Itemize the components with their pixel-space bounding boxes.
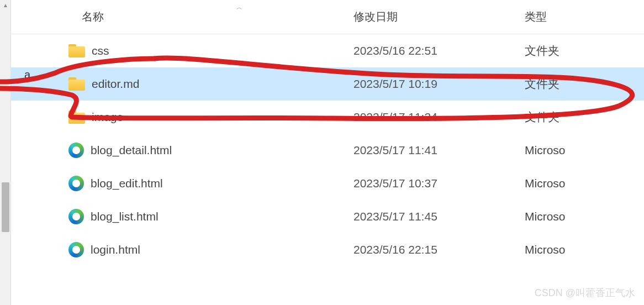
file-name: blog_list.html bbox=[91, 210, 159, 223]
file-name: blog_edit.html bbox=[91, 177, 163, 190]
file-date: 2023/5/17 10:37 bbox=[353, 177, 525, 190]
folder-icon bbox=[68, 77, 85, 91]
file-name: editor.md bbox=[92, 77, 139, 91]
file-row[interactable]: blog_list.html2023/5/17 11:45Microso bbox=[11, 200, 644, 233]
file-name: blog_detail.html bbox=[91, 144, 172, 157]
edge-browser-icon bbox=[68, 209, 84, 224]
file-date: 2023/5/16 22:51 bbox=[353, 44, 525, 57]
file-type: 文件夹 bbox=[525, 109, 644, 125]
column-header-row: ︿ 名称 修改日期 类型 bbox=[11, 0, 644, 34]
file-row[interactable]: css2023/5/16 22:51文件夹 bbox=[11, 34, 644, 67]
file-name: image bbox=[92, 111, 123, 124]
file-type: 文件夹 bbox=[525, 43, 644, 59]
file-type: Microso bbox=[525, 243, 644, 256]
column-header-date[interactable]: 修改日期 bbox=[353, 9, 525, 24]
file-name: css bbox=[92, 44, 109, 57]
file-date: 2023/5/17 11:41 bbox=[353, 144, 525, 157]
file-type: Microso bbox=[525, 144, 644, 157]
column-header-name[interactable]: 名称 bbox=[11, 9, 353, 24]
file-date: 2023/5/17 11:45 bbox=[353, 210, 525, 223]
scrollbar[interactable]: ▲ bbox=[0, 0, 11, 305]
file-type: Microso bbox=[525, 210, 644, 223]
file-row[interactable]: image2023/5/17 11:34文件夹 bbox=[11, 101, 644, 134]
file-row[interactable]: editor.md2023/5/17 10:19文件夹 bbox=[11, 67, 644, 101]
edge-browser-icon bbox=[68, 242, 84, 257]
scroll-thumb[interactable] bbox=[2, 182, 9, 232]
edge-browser-icon bbox=[68, 176, 84, 191]
file-date: 2023/5/17 11:34 bbox=[353, 111, 525, 124]
folder-icon bbox=[68, 111, 85, 124]
file-date: 2023/5/16 22:15 bbox=[353, 243, 525, 256]
sort-indicator-icon[interactable]: ︿ bbox=[236, 3, 242, 12]
artifact-letter: a bbox=[24, 69, 30, 81]
column-header-type[interactable]: 类型 bbox=[525, 9, 644, 24]
folder-icon bbox=[68, 44, 85, 57]
file-row[interactable]: blog_detail.html2023/5/17 11:41Microso bbox=[11, 134, 644, 167]
edge-browser-icon bbox=[68, 143, 84, 158]
file-type: 文件夹 bbox=[525, 76, 644, 92]
file-row[interactable]: login.html2023/5/16 22:15Microso bbox=[11, 233, 644, 266]
file-row[interactable]: blog_edit.html2023/5/17 10:37Microso bbox=[11, 167, 644, 200]
file-date: 2023/5/17 10:19 bbox=[353, 77, 525, 91]
scroll-up-icon[interactable]: ▲ bbox=[0, 0, 11, 10]
file-name: login.html bbox=[91, 243, 140, 256]
file-type: Microso bbox=[525, 177, 644, 190]
